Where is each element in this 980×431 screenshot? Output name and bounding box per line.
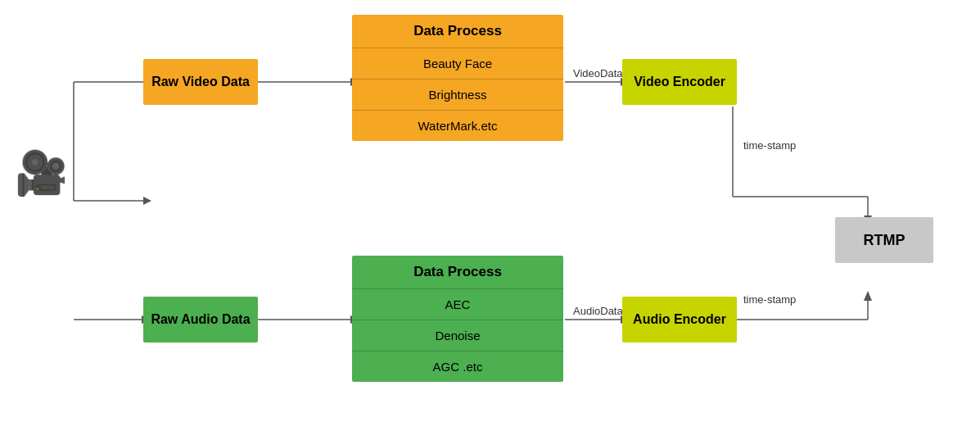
diagram: 🎥 Raw Video Data Data Process Beauty Fac… [0, 0, 980, 431]
video-dp-item-1: Beauty Face [352, 48, 563, 79]
raw-video-data-box: Raw Video Data [143, 59, 258, 105]
rtmp-box: RTMP [835, 217, 933, 263]
video-dp-item-2: Brightness [352, 79, 563, 110]
audio-dp-item-1: AEC [352, 288, 563, 320]
time-stamp-label-video: time-stamp [743, 139, 796, 152]
svg-marker-20 [864, 291, 872, 301]
audio-dp-title: Data Process [352, 256, 563, 288]
video-encoder-box: Video Encoder [622, 59, 737, 105]
video-dp-item-3: WaterMark.etc [352, 110, 563, 141]
time-stamp-label-audio: time-stamp [743, 293, 796, 306]
audio-data-process-box: Data Process AEC Denoise AGC .etc [352, 256, 563, 382]
audio-dp-item-3: AGC .etc [352, 351, 563, 382]
audio-dp-item-2: Denoise [352, 320, 563, 351]
video-dp-title: Data Process [352, 15, 563, 48]
svg-marker-3 [143, 197, 151, 205]
audio-encoder-box: Audio Encoder [622, 297, 737, 343]
camera-icon: 🎥 [15, 152, 68, 194]
audio-data-label: AudioData [573, 305, 623, 317]
raw-audio-data-box: Raw Audio Data [143, 297, 258, 343]
video-data-process-box: Data Process Beauty Face Brightness Wate… [352, 15, 563, 141]
video-data-label: VideoData [573, 67, 622, 79]
